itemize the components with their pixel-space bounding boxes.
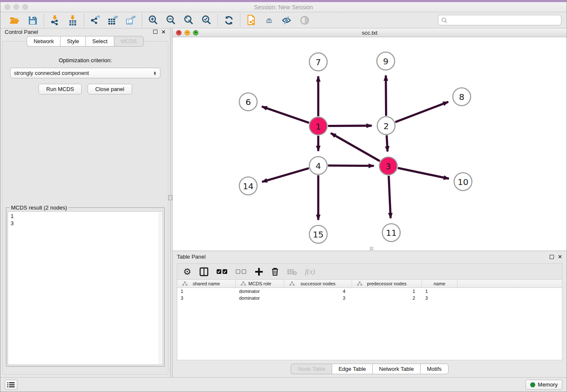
tab-motifs[interactable]: Motifs — [420, 364, 449, 374]
table-row[interactable]: 1dominator411 — [177, 288, 562, 295]
graph-node-9[interactable]: 9 — [377, 52, 395, 70]
table-cell[interactable]: dominator — [236, 295, 284, 301]
graph-node-14[interactable]: 14 — [239, 177, 257, 195]
graph-edge-1-2[interactable] — [328, 126, 372, 126]
import-table-icon[interactable] — [67, 14, 79, 26]
column-header-shared-name[interactable]: shared name — [177, 280, 236, 287]
mcds-result-scrollbar[interactable] — [158, 212, 162, 364]
optimization-criterion-select[interactable]: strongly connected component ▲▼ — [10, 68, 160, 78]
graph-node-3[interactable]: 3 — [380, 157, 397, 175]
control-panel-title: Control Panel — [5, 29, 38, 35]
table-cell[interactable]: 3 — [284, 295, 352, 301]
splitter-grip[interactable] — [168, 195, 172, 200]
import-network-icon[interactable] — [49, 14, 61, 26]
graph-node-7[interactable]: 7 — [309, 53, 327, 71]
open-file-icon[interactable] — [9, 14, 21, 26]
graph-edge-3-1[interactable] — [331, 133, 380, 161]
graph-node-label: 9 — [383, 57, 388, 67]
table-panel: Table Panel ✕ ⚙ — [173, 251, 567, 377]
graph-edge-1-6[interactable] — [262, 107, 309, 123]
show-all-icon[interactable] — [299, 14, 311, 26]
table-row[interactable]: 3dominator323 — [177, 295, 562, 301]
memory-button[interactable]: Memory — [526, 380, 562, 390]
hide-selected-icon[interactable] — [281, 14, 293, 26]
table-cell[interactable]: 4 — [284, 288, 352, 295]
graph-node-15[interactable]: 15 — [309, 226, 327, 243]
graph-node-label: 11 — [386, 228, 397, 238]
delete-table-icon[interactable] — [287, 266, 297, 277]
graph-edge-2-9[interactable] — [386, 76, 386, 116]
column-label: predecessor nodes — [367, 281, 407, 286]
search-box[interactable] — [438, 15, 561, 25]
column-header-predecessor-nodes[interactable]: predecessor nodes — [352, 280, 422, 287]
save-session-icon[interactable] — [27, 14, 39, 26]
graph-node-6[interactable]: 6 — [239, 93, 257, 111]
table-cell[interactable]: 3 — [422, 295, 457, 301]
export-network-icon[interactable] — [89, 14, 101, 26]
apply-function-icon[interactable]: f(x) — [305, 266, 315, 277]
column-header-successor-nodes[interactable]: successor nodes — [284, 280, 352, 287]
export-table-icon[interactable] — [107, 14, 119, 26]
table-cell[interactable]: 1 — [177, 288, 236, 295]
tab-network-table[interactable]: Network Table — [372, 364, 420, 374]
zoom-out-icon[interactable] — [165, 14, 177, 26]
run-mcds-button[interactable]: Run MCDS — [39, 84, 82, 94]
graph-edge-2-8[interactable] — [395, 102, 448, 122]
tab-node-table[interactable]: Node Table — [291, 364, 332, 374]
table-cell[interactable]: 1 — [422, 288, 457, 295]
refresh-view-icon[interactable] — [223, 14, 235, 26]
right-side: ✕ − + scc.txt 7968124314101511 Table Pan… — [173, 28, 567, 377]
delete-column-icon[interactable] — [271, 266, 279, 277]
tab-network[interactable]: Network — [27, 36, 60, 47]
graph-node-2[interactable]: 2 — [377, 117, 395, 135]
zoom-fit-icon[interactable] — [183, 14, 195, 26]
zoom-selected-icon[interactable] — [201, 14, 212, 26]
copy-network-icon[interactable] — [245, 14, 257, 26]
search-input[interactable] — [449, 17, 558, 23]
column-header-mcds-role[interactable]: MCDS role — [236, 280, 284, 287]
select-all-rows-icon[interactable] — [217, 266, 228, 277]
tab-select[interactable]: Select — [85, 36, 114, 47]
table-cell[interactable]: 1 — [352, 288, 422, 295]
close-table-panel-icon[interactable]: ✕ — [558, 254, 562, 259]
float-table-panel-icon[interactable] — [550, 255, 554, 259]
export-image-icon[interactable] — [125, 14, 137, 26]
close-panel-icon[interactable]: ✕ — [161, 29, 166, 35]
list-icon — [7, 382, 15, 388]
home-layout-icon[interactable]: ⌂⌂ — [263, 14, 275, 26]
canvas-grip[interactable] — [370, 247, 373, 250]
graph-edge-3-10[interactable] — [398, 168, 449, 179]
column-header-name[interactable]: name — [422, 280, 457, 287]
table-cell[interactable]: 2 — [352, 295, 422, 301]
table-body: 1dominator4113dominator323 — [177, 288, 562, 301]
graph-node-11[interactable]: 11 — [383, 224, 400, 242]
table-cell[interactable]: dominator — [236, 288, 284, 295]
graph-node-1[interactable]: 1 — [309, 117, 327, 135]
column-label: successor nodes — [300, 281, 336, 286]
zoom-in-icon[interactable] — [147, 14, 159, 26]
graph-edge-4-3[interactable] — [328, 166, 374, 166]
network-graph[interactable]: 7968124314101511 — [173, 37, 567, 251]
graph-edge-3-11[interactable] — [389, 176, 391, 218]
graph-node-4[interactable]: 4 — [309, 157, 327, 174]
task-history-button[interactable] — [5, 380, 17, 390]
close-panel-button[interactable]: Close panel — [88, 84, 132, 94]
add-column-icon[interactable] — [255, 266, 263, 277]
table-cell[interactable]: 3 — [177, 295, 236, 301]
network-window-titlebar[interactable]: ✕ − + scc.txt — [173, 28, 567, 37]
mcds-result-text[interactable]: 13 — [8, 211, 163, 365]
table-settings-icon[interactable]: ⚙ — [183, 266, 191, 277]
graph-node-10[interactable]: 10 — [454, 173, 472, 190]
graph-node-label: 10 — [457, 177, 468, 187]
network-canvas[interactable]: 7968124314101511 — [173, 37, 567, 251]
float-panel-icon[interactable] — [153, 30, 157, 34]
tab-mcds[interactable]: MCDS — [114, 36, 143, 47]
graph-edge-4-14[interactable] — [262, 168, 309, 182]
deselect-all-rows-icon[interactable] — [236, 266, 247, 277]
graph-node-8[interactable]: 8 — [453, 88, 471, 106]
column-visibility-icon[interactable] — [199, 266, 209, 277]
tab-style[interactable]: Style — [60, 36, 85, 47]
graph-edge-2-3[interactable] — [387, 135, 388, 152]
tab-edge-table[interactable]: Edge Table — [332, 364, 372, 374]
node-table[interactable]: shared nameMCDS rolesuccessor nodesprede… — [177, 279, 562, 360]
